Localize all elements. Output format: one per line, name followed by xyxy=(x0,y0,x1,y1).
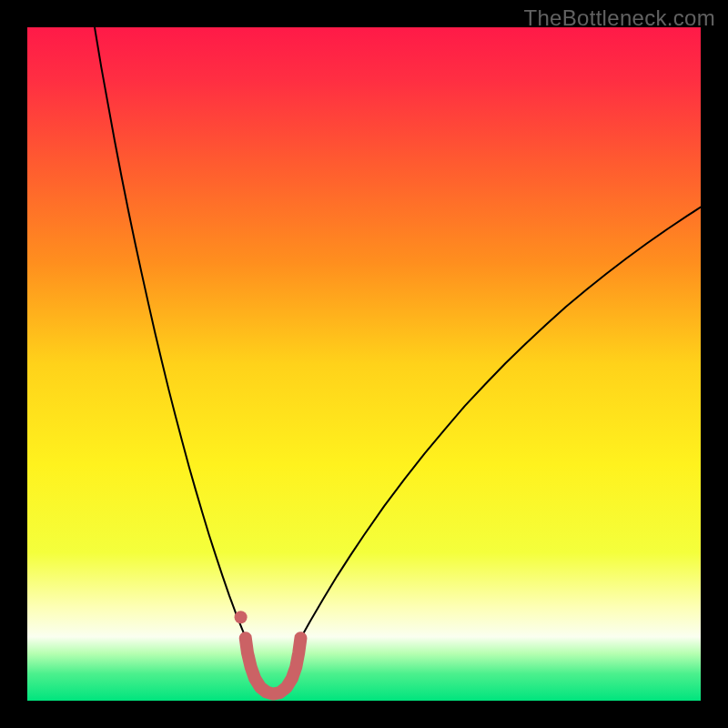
chart-frame xyxy=(27,27,701,701)
marker-dot xyxy=(235,611,248,623)
chart-background xyxy=(27,27,701,701)
watermark-text: TheBottleneck.com xyxy=(523,5,715,31)
bottleneck-chart xyxy=(27,27,701,701)
